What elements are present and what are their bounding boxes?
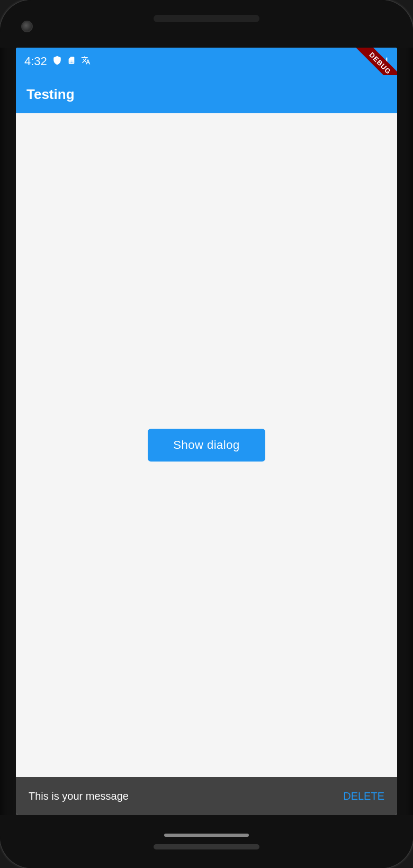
snackbar-message: This is your message (29, 790, 129, 802)
shield-icon (52, 56, 62, 68)
front-camera (21, 21, 33, 32)
app-title: Testing (26, 86, 75, 103)
speaker-grille (154, 15, 259, 22)
snackbar-action-button[interactable]: Delete (343, 790, 384, 802)
debug-badge: DEBUG (349, 48, 397, 75)
phone-notch (0, 0, 413, 48)
home-indicator[interactable] (164, 834, 249, 837)
show-dialog-button[interactable]: Show dialog (148, 429, 265, 462)
nav-pill (154, 844, 259, 849)
snackbar: This is your message Delete (16, 777, 397, 815)
translate-icon (81, 56, 91, 68)
app-bar: Testing (16, 75, 397, 113)
debug-label: DEBUG (353, 48, 397, 75)
status-left: 4:32 (24, 55, 91, 68)
screen: 4:32 (16, 48, 397, 815)
bottom-nav-area (0, 815, 413, 868)
sim-card-icon (67, 56, 76, 68)
status-time: 4:32 (24, 55, 47, 68)
main-content: Show dialog (16, 113, 397, 777)
status-bar: 4:32 (16, 48, 397, 75)
phone-frame: 4:32 (0, 0, 413, 868)
